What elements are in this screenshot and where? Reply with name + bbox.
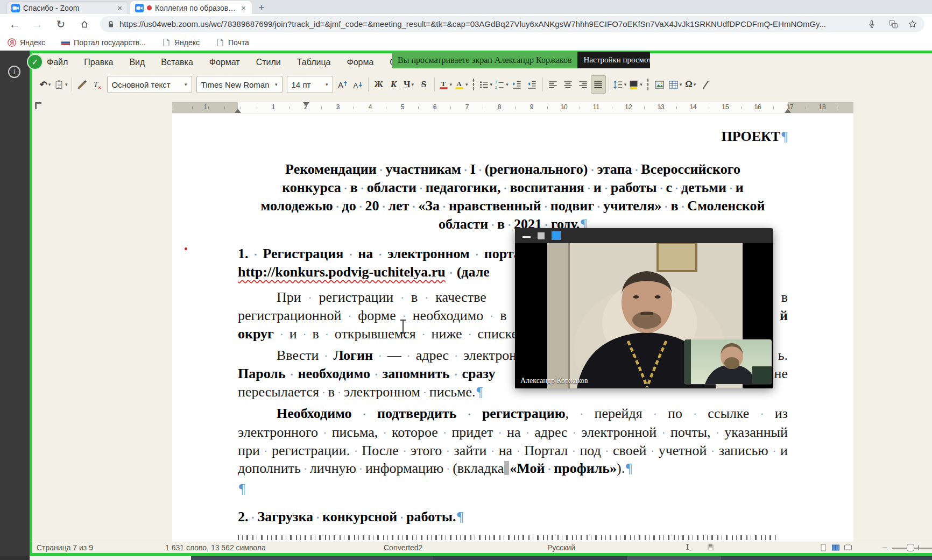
bold-button[interactable]: Ж (371, 75, 386, 94)
font-color-button[interactable]: Т▾ (437, 75, 454, 94)
bookmark-item[interactable]: Яндекс (162, 38, 200, 47)
restore-icon[interactable] (538, 232, 545, 239)
url-text[interactable]: https://us04web.zoom.us/wc/78389687699/j… (119, 16, 853, 32)
ruler-number: 13 (657, 103, 664, 111)
bookmark-item[interactable]: Портал государств... (61, 38, 146, 47)
chevron-down-icon: ▾ (694, 82, 696, 87)
tab-close-icon[interactable]: × (116, 3, 123, 12)
clear-formatting-button[interactable]: Т× (90, 75, 105, 94)
font-size-combo[interactable]: 14 пт▾ (287, 76, 333, 93)
numbered-list-button[interactable]: 12▾ (493, 75, 510, 94)
svg-text:Т: Т (441, 80, 446, 88)
reload-button[interactable]: ↻ (52, 16, 70, 32)
browser-toolbar: ← → ↻ https://us04web.zoom.us/wc/7838968… (0, 14, 932, 34)
menu-item-вид[interactable]: Вид (121, 53, 153, 71)
menu-item-вставка[interactable]: Вставка (153, 53, 201, 71)
menu-item-таблица[interactable]: Таблица (289, 53, 339, 71)
align-left-button[interactable] (546, 75, 561, 94)
decrease-indent-button[interactable] (525, 75, 540, 94)
insert-line-button[interactable] (698, 75, 713, 94)
svg-text:A: A (354, 81, 358, 89)
selection-mode-icon[interactable] (684, 543, 692, 554)
info-icon[interactable]: i (8, 66, 20, 78)
video-window[interactable]: Александр Коржаков (515, 228, 773, 388)
text-segment: ). (617, 460, 625, 476)
book-view-button[interactable] (844, 543, 852, 552)
menu-item-форма[interactable]: Форма (338, 53, 382, 71)
tab-stop-selector-icon[interactable] (35, 102, 41, 109)
undo-button[interactable]: ↶▾ (38, 75, 53, 94)
document-area[interactable]: ПРОЕКТ¶Рекомендации · участникам · I · (… (32, 114, 932, 542)
paragraph-style-combo[interactable]: Основной текст▾ (107, 76, 192, 93)
special-character-button[interactable]: Ω▾ (683, 75, 698, 94)
align-right-button[interactable] (576, 75, 591, 94)
left-indent-marker[interactable] (235, 109, 241, 113)
text-segment: ¶ (781, 129, 788, 144)
new-tab-button[interactable]: + (254, 1, 269, 14)
highlight-color-button[interactable]: А▾ (453, 75, 469, 94)
ruler-number: 8 (498, 103, 502, 111)
fullscreen-icon[interactable] (552, 231, 561, 240)
home-button[interactable] (75, 16, 94, 32)
address-bar[interactable]: https://us04web.zoom.us/wc/78389687699/j… (100, 16, 924, 32)
align-center-button[interactable] (561, 75, 576, 94)
clone-formatting-button[interactable] (75, 75, 90, 94)
bookmark-item[interactable]: ЯЯндекс (8, 38, 45, 47)
menu-item-файл[interactable]: Файл (39, 53, 76, 71)
tab-close-icon[interactable]: × (240, 3, 247, 12)
menu-item-правка[interactable]: Правка (76, 53, 121, 71)
multi-page-view-button[interactable] (831, 543, 840, 552)
single-page-view-button[interactable] (819, 543, 828, 552)
save-status-icon[interactable] (707, 543, 715, 554)
increase-indent-button[interactable] (510, 75, 525, 94)
font-name-combo[interactable]: Times New Roman▾ (196, 76, 283, 93)
translate-icon[interactable]: аA (889, 20, 898, 29)
paste-button[interactable]: ▾ (53, 75, 69, 94)
first-line-indent-marker[interactable] (303, 102, 309, 107)
bookmark-label: Почта (228, 38, 249, 47)
page-count-status[interactable]: Страница 7 из 9 (37, 542, 93, 553)
document-line: ПРОЕКТ¶ (238, 127, 788, 147)
forward-button[interactable]: → (28, 16, 46, 32)
menu-item-стили[interactable]: Стили (248, 53, 289, 71)
text-segment: , · перейдя · по · ссылке · из (566, 406, 788, 421)
bookmark-item[interactable]: Почта (216, 38, 249, 47)
taskbar-segment (0, 556, 30, 560)
back-button[interactable]: ← (5, 16, 24, 32)
microphone-icon[interactable] (867, 20, 876, 29)
tabs-container: Спасибо - Zoom×Коллегия по образованю× (6, 1, 254, 14)
shield-check-icon: ✓ (27, 54, 43, 70)
line-spacing-button[interactable]: ▾ (612, 75, 628, 94)
right-indent-marker[interactable] (785, 109, 791, 113)
lock-icon[interactable] (107, 20, 115, 29)
ruler-strip[interactable]: 1123456789101112131415161718 (172, 102, 853, 113)
bookmark-star-icon[interactable] (908, 20, 917, 29)
browser-tab[interactable]: Коллегия по образованю× (130, 1, 252, 14)
page-style-status[interactable]: Converted2 (384, 542, 422, 553)
shrink-font-button[interactable]: A (350, 75, 365, 94)
minimize-icon[interactable] (523, 236, 531, 238)
paragraph-color-button[interactable]: ▾ (627, 75, 644, 94)
language-status[interactable]: Русский (547, 542, 575, 553)
insert-image-button[interactable] (652, 75, 667, 94)
strikethrough-button[interactable]: S (416, 75, 432, 94)
underline-button[interactable]: Ч▾ (401, 75, 416, 94)
bullet-list-button[interactable]: ▾ (478, 75, 494, 94)
word-count-status[interactable]: 1 631 слово, 13 562 символа (165, 542, 266, 553)
video-window-titlebar[interactable] (515, 228, 773, 243)
browser-tab[interactable]: Спасибо - Zoom× (6, 1, 128, 14)
align-justify-button[interactable] (591, 75, 606, 94)
zoom-out-button[interactable]: – (882, 542, 887, 551)
chevron-down-icon: ▾ (185, 82, 187, 87)
zoom-slider-handle[interactable] (907, 544, 914, 551)
writer-status-bar: Страница 7 из 9 1 631 слово, 13 562 симв… (32, 542, 932, 553)
insert-table-button[interactable]: ▾ (667, 75, 683, 94)
ruler[interactable]: 1123456789101112131415161718 (32, 97, 932, 114)
text-segment: http://konkurs.podvig-uchitelya.ru (238, 264, 446, 280)
menu-item-формат[interactable]: Формат (201, 53, 248, 71)
italic-button[interactable]: К (386, 75, 401, 94)
view-options-button[interactable]: Настройки просмотра (577, 52, 650, 68)
grow-font-button[interactable]: A (335, 75, 350, 94)
share-border-bottom (30, 553, 932, 556)
self-view-video[interactable] (684, 339, 772, 384)
